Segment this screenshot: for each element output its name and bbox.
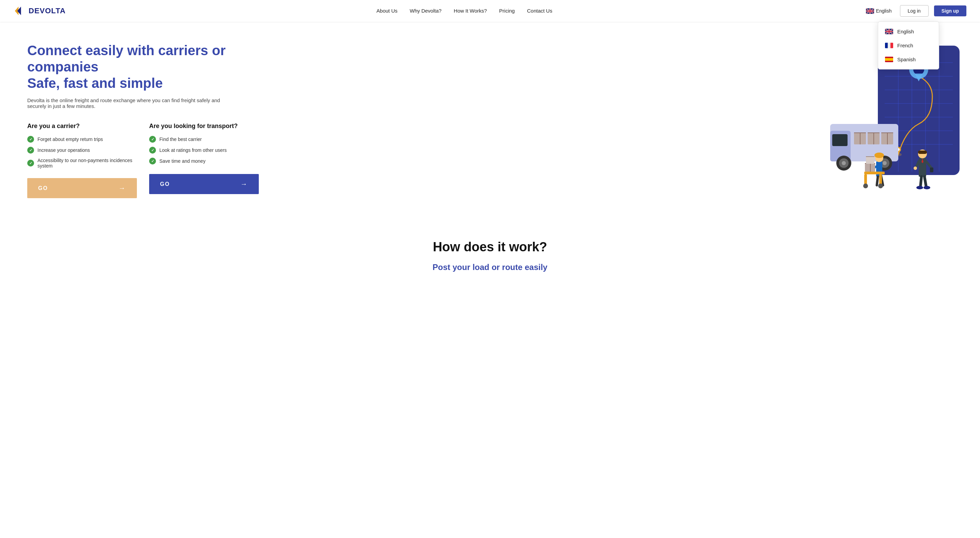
current-flag-icon — [866, 8, 874, 14]
svg-rect-70 — [879, 174, 882, 185]
flag-uk-icon — [885, 29, 893, 34]
transport-card: Are you looking for transport? Find the … — [149, 123, 259, 198]
signup-button[interactable]: Sign up — [934, 5, 966, 16]
carrier-card-title: Are you a carrier? — [27, 123, 137, 130]
navbar: DEVOLTA About Us Why Devolta? How It Wor… — [0, 0, 980, 22]
hero-description: Devolta is the online freight and route … — [27, 97, 232, 109]
svg-point-58 — [842, 161, 846, 165]
svg-line-87 — [920, 177, 921, 187]
svg-line-88 — [924, 177, 926, 187]
transport-go-button[interactable]: GO → — [149, 174, 259, 194]
svg-rect-46 — [832, 134, 848, 146]
lang-french-label: French — [897, 43, 913, 48]
svg-point-89 — [916, 186, 923, 189]
lang-spanish-label: Spanish — [897, 57, 916, 62]
check-icon-6 — [149, 158, 156, 164]
svg-line-66 — [877, 177, 878, 185]
svg-rect-21 — [888, 43, 891, 48]
svg-rect-75 — [870, 163, 871, 172]
logo-icon — [14, 5, 26, 17]
svg-rect-10 — [869, 8, 870, 14]
check-icon-2 — [27, 147, 34, 154]
arrow-right-icon: → — [118, 184, 126, 192]
carrier-list: Forget about empty return trips Increase… — [27, 136, 137, 169]
svg-point-72 — [878, 183, 883, 188]
how-section: How does it work? Post your load or rout… — [0, 219, 980, 286]
svg-rect-77 — [866, 156, 875, 157]
svg-rect-86 — [930, 167, 933, 172]
lang-dropdown: English French Spanish — [878, 21, 939, 70]
svg-point-85 — [913, 167, 917, 170]
nav-about[interactable]: About Us — [377, 8, 398, 14]
check-icon-3 — [27, 160, 34, 167]
carrier-item-1: Forget about empty return trips — [27, 136, 137, 143]
hero-section: Connect easily with carriers or companie… — [0, 22, 980, 219]
hero-content: Connect easily with carriers or companie… — [27, 42, 259, 198]
flag-fr-icon — [885, 43, 893, 48]
svg-point-61 — [883, 161, 887, 165]
svg-rect-52 — [873, 132, 874, 144]
lang-option-french[interactable]: French — [878, 38, 939, 53]
svg-rect-49 — [860, 132, 861, 144]
lang-option-english[interactable]: English — [878, 24, 939, 38]
transport-item-2: Look at ratings from other users — [149, 147, 259, 154]
svg-rect-76 — [866, 156, 875, 164]
carrier-item-2: Increase your operations — [27, 147, 137, 154]
nav-contact[interactable]: Contact Us — [527, 8, 552, 14]
logo-link[interactable]: DEVOLTA — [14, 5, 66, 17]
check-icon-1 — [27, 136, 34, 143]
hero-title: Connect easily with carriers or companie… — [27, 42, 259, 91]
navbar-right: English Log in Sign up English — [863, 5, 966, 17]
svg-rect-19 — [889, 29, 889, 34]
svg-rect-80 — [918, 151, 927, 154]
svg-rect-24 — [885, 58, 893, 61]
svg-rect-20 — [885, 43, 888, 48]
check-icon-5 — [149, 147, 156, 154]
check-icon-4 — [149, 136, 156, 143]
how-subtitle: Post your load or route easily — [27, 263, 953, 272]
hero-cards: Are you a carrier? Forget about empty re… — [27, 123, 259, 198]
transport-list: Find the best carrier Look at ratings fr… — [149, 136, 259, 164]
carrier-go-button[interactable]: GO → — [27, 178, 137, 198]
login-button[interactable]: Log in — [900, 5, 929, 17]
svg-rect-69 — [864, 174, 867, 185]
svg-rect-22 — [891, 43, 893, 48]
transport-card-title: Are you looking for transport? — [149, 123, 259, 130]
transport-item-1: Find the best carrier — [149, 136, 259, 143]
svg-rect-68 — [864, 172, 885, 174]
lang-english-label: English — [897, 29, 914, 34]
lang-option-spanish[interactable]: Spanish — [878, 53, 939, 67]
current-lang-label: English — [876, 8, 892, 14]
svg-point-90 — [923, 186, 930, 189]
lang-selector[interactable]: English — [863, 7, 894, 15]
nav-how[interactable]: How It Works? — [454, 8, 487, 14]
carrier-item-3: Accessibility to our non-payments incide… — [27, 158, 137, 169]
nav-why[interactable]: Why Devolta? — [410, 8, 441, 14]
svg-point-71 — [863, 183, 868, 188]
transport-item-3: Save time and money — [149, 158, 259, 164]
carrier-card: Are you a carrier? Forget about empty re… — [27, 123, 137, 198]
main-nav: About Us Why Devolta? How It Works? Pric… — [377, 8, 552, 14]
brand-name: DEVOLTA — [29, 6, 66, 15]
svg-rect-55 — [887, 132, 888, 144]
nav-pricing[interactable]: Pricing — [499, 8, 515, 14]
flag-es-icon — [885, 57, 893, 62]
arrow-right-icon-2: → — [240, 180, 248, 188]
svg-point-64 — [875, 153, 884, 158]
how-title: How does it work? — [27, 240, 953, 255]
